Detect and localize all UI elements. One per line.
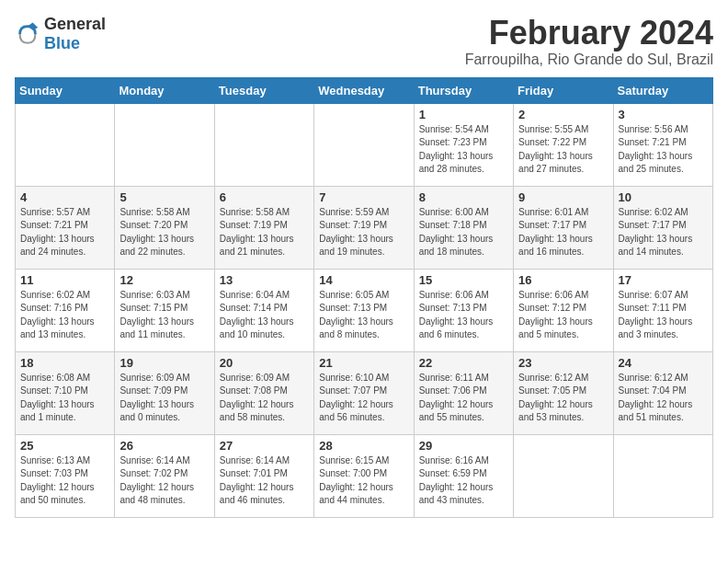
calendar-table: SundayMondayTuesdayWednesdayThursdayFrid… (15, 77, 713, 518)
day-cell (214, 103, 313, 186)
day-info: Sunrise: 6:04 AM Sunset: 7:14 PM Dayligh… (220, 289, 309, 342)
day-info: Sunrise: 6:07 AM Sunset: 7:11 PM Dayligh… (619, 289, 708, 342)
logo: General Blue (15, 15, 106, 53)
day-number: 4 (20, 190, 109, 204)
day-info: Sunrise: 5:58 AM Sunset: 7:20 PM Dayligh… (119, 206, 209, 259)
day-cell: 21Sunrise: 6:10 AM Sunset: 7:07 PM Dayli… (314, 351, 414, 434)
location: Farroupilha, Rio Grande do Sul, Brazil (465, 52, 713, 68)
weekday-header-monday: Monday (115, 77, 214, 103)
week-row-4: 18Sunrise: 6:08 AM Sunset: 7:10 PM Dayli… (16, 351, 713, 434)
week-row-3: 11Sunrise: 6:02 AM Sunset: 7:16 PM Dayli… (16, 269, 713, 351)
day-cell (514, 434, 613, 517)
day-cell: 14Sunrise: 6:05 AM Sunset: 7:13 PM Dayli… (314, 269, 414, 351)
day-cell: 20Sunrise: 6:09 AM Sunset: 7:08 PM Dayli… (214, 351, 313, 434)
day-cell: 7Sunrise: 5:59 AM Sunset: 7:19 PM Daylig… (314, 186, 414, 269)
day-number: 20 (220, 356, 309, 370)
day-number: 1 (419, 108, 508, 121)
day-cell: 13Sunrise: 6:04 AM Sunset: 7:14 PM Dayli… (214, 269, 313, 351)
day-cell: 16Sunrise: 6:06 AM Sunset: 7:12 PM Dayli… (514, 269, 613, 351)
day-info: Sunrise: 6:12 AM Sunset: 7:04 PM Dayligh… (619, 372, 708, 425)
day-info: Sunrise: 6:10 AM Sunset: 7:07 PM Dayligh… (319, 372, 408, 425)
day-number: 3 (619, 108, 708, 121)
day-info: Sunrise: 6:11 AM Sunset: 7:06 PM Dayligh… (419, 372, 508, 425)
day-number: 8 (419, 190, 508, 204)
weekday-header-wednesday: Wednesday (314, 77, 414, 103)
title-area: February 2024 Farroupilha, Rio Grande do… (465, 15, 713, 68)
day-cell: 28Sunrise: 6:15 AM Sunset: 7:00 PM Dayli… (314, 434, 414, 517)
day-number: 23 (518, 356, 608, 370)
day-info: Sunrise: 6:14 AM Sunset: 7:01 PM Dayligh… (220, 454, 309, 508)
day-cell: 17Sunrise: 6:07 AM Sunset: 7:11 PM Dayli… (613, 269, 712, 351)
weekday-header-sunday: Sunday (16, 77, 115, 103)
day-cell: 29Sunrise: 6:16 AM Sunset: 6:59 PM Dayli… (414, 434, 513, 517)
day-cell: 6Sunrise: 5:58 AM Sunset: 7:19 PM Daylig… (214, 186, 313, 269)
day-info: Sunrise: 5:56 AM Sunset: 7:21 PM Dayligh… (619, 123, 708, 177)
day-cell: 15Sunrise: 6:06 AM Sunset: 7:13 PM Dayli… (414, 269, 513, 351)
weekday-header-row: SundayMondayTuesdayWednesdayThursdayFrid… (16, 77, 713, 103)
day-number: 24 (619, 356, 708, 370)
day-info: Sunrise: 6:06 AM Sunset: 7:13 PM Dayligh… (419, 289, 508, 342)
day-cell: 24Sunrise: 6:12 AM Sunset: 7:04 PM Dayli… (613, 351, 712, 434)
day-info: Sunrise: 6:16 AM Sunset: 6:59 PM Dayligh… (419, 454, 508, 508)
day-cell: 1Sunrise: 5:54 AM Sunset: 7:23 PM Daylig… (414, 103, 513, 186)
day-info: Sunrise: 5:57 AM Sunset: 7:21 PM Dayligh… (20, 206, 109, 259)
day-info: Sunrise: 6:05 AM Sunset: 7:13 PM Dayligh… (319, 289, 408, 342)
day-cell: 5Sunrise: 5:58 AM Sunset: 7:20 PM Daylig… (115, 186, 214, 269)
day-cell: 18Sunrise: 6:08 AM Sunset: 7:10 PM Dayli… (16, 351, 115, 434)
day-cell: 19Sunrise: 6:09 AM Sunset: 7:09 PM Dayli… (115, 351, 214, 434)
weekday-header-friday: Friday (514, 77, 613, 103)
day-cell: 23Sunrise: 6:12 AM Sunset: 7:05 PM Dayli… (514, 351, 613, 434)
weekday-header-thursday: Thursday (414, 77, 513, 103)
day-number: 14 (319, 273, 408, 287)
day-info: Sunrise: 6:02 AM Sunset: 7:16 PM Dayligh… (20, 289, 109, 342)
day-info: Sunrise: 6:14 AM Sunset: 7:02 PM Dayligh… (119, 454, 209, 508)
day-cell: 3Sunrise: 5:56 AM Sunset: 7:21 PM Daylig… (613, 103, 712, 186)
day-number: 19 (119, 356, 209, 370)
day-cell: 25Sunrise: 6:13 AM Sunset: 7:03 PM Dayli… (16, 434, 115, 517)
day-number: 28 (319, 439, 408, 453)
day-cell: 26Sunrise: 6:14 AM Sunset: 7:02 PM Dayli… (115, 434, 214, 517)
day-number: 16 (518, 273, 608, 287)
day-cell: 9Sunrise: 6:01 AM Sunset: 7:17 PM Daylig… (514, 186, 613, 269)
day-number: 29 (419, 439, 508, 453)
day-info: Sunrise: 6:00 AM Sunset: 7:18 PM Dayligh… (419, 206, 508, 259)
day-info: Sunrise: 6:01 AM Sunset: 7:17 PM Dayligh… (518, 206, 608, 259)
day-number: 13 (220, 273, 309, 287)
day-number: 15 (419, 273, 508, 287)
day-cell: 2Sunrise: 5:55 AM Sunset: 7:22 PM Daylig… (514, 103, 613, 186)
day-info: Sunrise: 6:09 AM Sunset: 7:08 PM Dayligh… (220, 372, 309, 425)
week-row-5: 25Sunrise: 6:13 AM Sunset: 7:03 PM Dayli… (16, 434, 713, 517)
day-number: 12 (119, 273, 209, 287)
day-number: 25 (20, 439, 109, 453)
day-number: 7 (319, 190, 408, 204)
day-info: Sunrise: 6:02 AM Sunset: 7:17 PM Dayligh… (619, 206, 708, 259)
day-info: Sunrise: 5:54 AM Sunset: 7:23 PM Dayligh… (419, 123, 508, 177)
month-year: February 2024 (465, 15, 713, 52)
day-cell (314, 103, 414, 186)
day-number: 21 (319, 356, 408, 370)
day-cell: 27Sunrise: 6:14 AM Sunset: 7:01 PM Dayli… (214, 434, 313, 517)
day-cell: 11Sunrise: 6:02 AM Sunset: 7:16 PM Dayli… (16, 269, 115, 351)
day-cell: 8Sunrise: 6:00 AM Sunset: 7:18 PM Daylig… (414, 186, 513, 269)
day-number: 17 (619, 273, 708, 287)
week-row-2: 4Sunrise: 5:57 AM Sunset: 7:21 PM Daylig… (16, 186, 713, 269)
day-cell: 4Sunrise: 5:57 AM Sunset: 7:21 PM Daylig… (16, 186, 115, 269)
day-cell: 22Sunrise: 6:11 AM Sunset: 7:06 PM Dayli… (414, 351, 513, 434)
day-cell: 10Sunrise: 6:02 AM Sunset: 7:17 PM Dayli… (613, 186, 712, 269)
day-info: Sunrise: 6:06 AM Sunset: 7:12 PM Dayligh… (518, 289, 608, 342)
day-info: Sunrise: 6:13 AM Sunset: 7:03 PM Dayligh… (20, 454, 109, 508)
day-number: 27 (220, 439, 309, 453)
logo-text: General Blue (44, 15, 106, 53)
day-cell (115, 103, 214, 186)
day-cell (613, 434, 712, 517)
day-number: 26 (119, 439, 209, 453)
day-info: Sunrise: 5:59 AM Sunset: 7:19 PM Dayligh… (319, 206, 408, 259)
day-info: Sunrise: 6:15 AM Sunset: 7:00 PM Dayligh… (319, 454, 408, 508)
day-info: Sunrise: 6:09 AM Sunset: 7:09 PM Dayligh… (119, 372, 209, 425)
day-number: 6 (220, 190, 309, 204)
week-row-1: 1Sunrise: 5:54 AM Sunset: 7:23 PM Daylig… (16, 103, 713, 186)
day-info: Sunrise: 5:58 AM Sunset: 7:19 PM Dayligh… (220, 206, 309, 259)
header: General Blue February 2024 Farroupilha, … (15, 15, 713, 68)
day-number: 5 (119, 190, 209, 204)
day-number: 10 (619, 190, 708, 204)
